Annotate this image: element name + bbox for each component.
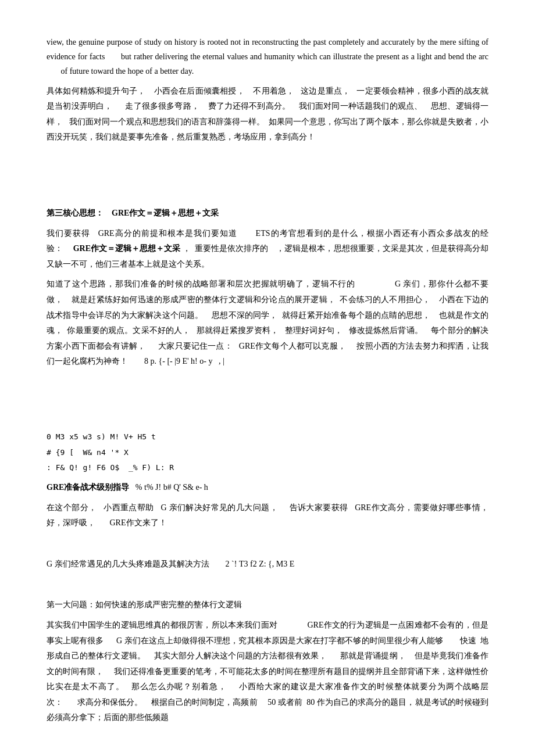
section2-title-text: 第三核心思想： GRE作文＝逻辑＋思想＋文采	[47, 209, 219, 217]
section4-para1: 其实我们中国学生的逻辑思维真的都很厉害，所以本来我们面对 GRE作文的行为逻辑是…	[47, 618, 488, 726]
section2-title: 第三核心思想： GRE作文＝逻辑＋思想＋文采	[47, 206, 488, 221]
section2-para2: 知道了这个思路，那我们准备的时候的战略部署和层次把握就明确了，逻辑不行的 G 亲…	[47, 277, 488, 370]
section3-para1: 在这个部分， 小西重点帮助 G 亲们解决好常见的几大问题， 告诉大家要获得 GR…	[47, 500, 488, 531]
section2-title-formula: GRE作文＝逻辑＋思想＋文采	[112, 209, 219, 217]
section2-formula-bold: GRE作文＝逻辑＋思想＋文采	[73, 244, 181, 253]
code-line-3: : F& Q! g! F6 O$ _% F) L: R	[47, 461, 488, 475]
section2-para1: 我们要获得 GRE高分的前提和根本是我们要知道 ETS的考官想看到的是什么，根据…	[47, 226, 488, 273]
gap-4	[47, 409, 488, 430]
gap-6	[47, 576, 488, 597]
code-line-2: # {9 [ W& n4 '* X	[47, 446, 488, 460]
chinese-para-1: 具体如何精炼和提升句子， 小西会在后面倾囊相授， 不用着急， 这边是重点， 一定…	[47, 84, 488, 145]
gap-5	[47, 536, 488, 557]
section3-title-text: GRE准备战术级别指导	[47, 483, 129, 492]
main-content: view, the genuine purpose of study on hi…	[47, 35, 488, 726]
english-paragraph: view, the genuine purpose of study on hi…	[47, 35, 488, 79]
section4-subtitle: G 亲们经常遇见的几大头疼难题及其解决方法 2 `! T3 f2 Z: {, M…	[47, 557, 488, 572]
gap-2	[47, 185, 488, 206]
gap-1	[47, 150, 488, 185]
gap-3	[47, 374, 488, 409]
section3-title: GRE准备战术级别指导 % t% J! b# Q' S& e- h	[47, 480, 488, 496]
section4-title1: 第一大问题：如何快速的形成严密完整的整体行文逻辑	[47, 597, 488, 613]
code-line-1: 0 M3 x5 w3 s) M! V+ H5 t	[47, 430, 488, 445]
